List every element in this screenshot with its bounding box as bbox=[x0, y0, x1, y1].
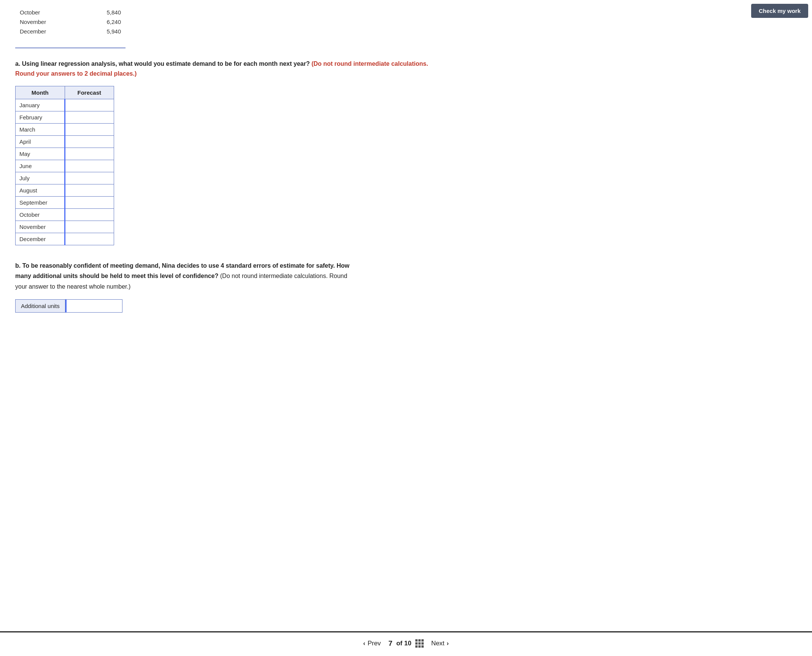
value-cell: 5,940 bbox=[81, 27, 126, 36]
next-button[interactable]: Next › bbox=[431, 640, 449, 647]
forecast-row: January bbox=[16, 99, 114, 111]
month-cell: October bbox=[15, 8, 81, 17]
forecast-input[interactable] bbox=[69, 235, 110, 243]
month-cell: November bbox=[15, 17, 81, 27]
forecast-month-cell: February bbox=[16, 111, 65, 124]
forecast-value-cell[interactable] bbox=[65, 111, 114, 124]
forecast-value-cell[interactable] bbox=[65, 136, 114, 148]
forecast-row: December bbox=[16, 233, 114, 245]
forecast-row: March bbox=[16, 124, 114, 136]
forecast-month-cell: November bbox=[16, 221, 65, 233]
forecast-row: October bbox=[16, 209, 114, 221]
forecast-value-cell[interactable] bbox=[65, 209, 114, 221]
forecast-value-cell[interactable] bbox=[65, 124, 114, 136]
forecast-input[interactable] bbox=[69, 113, 110, 121]
forecast-value-cell[interactable] bbox=[65, 233, 114, 245]
value-cell: 6,240 bbox=[81, 17, 126, 27]
forecast-row: June bbox=[16, 160, 114, 172]
forecast-value-cell[interactable] bbox=[65, 197, 114, 209]
additional-units-input[interactable] bbox=[65, 299, 122, 313]
forecast-value-cell[interactable] bbox=[65, 172, 114, 184]
forecast-input[interactable] bbox=[69, 101, 110, 109]
value-cell: 5,840 bbox=[81, 8, 126, 17]
forecast-input[interactable] bbox=[69, 211, 110, 219]
prev-button[interactable]: ‹ Prev bbox=[363, 640, 381, 647]
check-my-work-button[interactable]: Check my work bbox=[751, 4, 808, 18]
question-b-text: b. To be reasonably confident of meeting… bbox=[15, 260, 358, 292]
forecast-month-cell: September bbox=[16, 197, 65, 209]
forecast-month-cell: August bbox=[16, 184, 65, 197]
forecast-value-cell[interactable] bbox=[65, 160, 114, 172]
forecast-month-cell: January bbox=[16, 99, 65, 111]
table-divider bbox=[15, 48, 126, 48]
forecast-value-cell[interactable] bbox=[65, 99, 114, 111]
forecast-month-cell: June bbox=[16, 160, 65, 172]
next-chevron-icon: › bbox=[447, 640, 449, 647]
forecast-month-cell: October bbox=[16, 209, 65, 221]
table-row: November6,240 bbox=[15, 17, 126, 27]
forecast-input[interactable] bbox=[69, 150, 110, 158]
of-total-text: of 10 bbox=[396, 640, 412, 647]
forecast-value-cell[interactable] bbox=[65, 221, 114, 233]
forecast-column-header: Forecast bbox=[65, 86, 114, 99]
forecast-input[interactable] bbox=[69, 174, 110, 182]
forecast-row: July bbox=[16, 172, 114, 184]
forecast-row: November bbox=[16, 221, 114, 233]
additional-units-label: Additional units bbox=[15, 299, 65, 313]
forecast-row: April bbox=[16, 136, 114, 148]
forecast-month-cell: April bbox=[16, 136, 65, 148]
forecast-input[interactable] bbox=[69, 138, 110, 146]
top-data-table: October5,840November6,240December5,940 bbox=[15, 8, 126, 36]
forecast-value-cell[interactable] bbox=[65, 184, 114, 197]
question-a-label: a. Using linear regression analysis, wha… bbox=[15, 60, 310, 67]
table-row: October5,840 bbox=[15, 8, 126, 17]
forecast-month-cell: March bbox=[16, 124, 65, 136]
forecast-row: September bbox=[16, 197, 114, 209]
forecast-row: February bbox=[16, 111, 114, 124]
forecast-input[interactable] bbox=[69, 186, 110, 194]
next-label: Next bbox=[431, 640, 445, 647]
table-row: December5,940 bbox=[15, 27, 126, 36]
current-page-number: 7 bbox=[388, 639, 392, 648]
forecast-input[interactable] bbox=[69, 125, 110, 133]
forecast-month-cell: July bbox=[16, 172, 65, 184]
page-info: 7 of 10 bbox=[388, 639, 423, 648]
additional-units-row: Additional units bbox=[15, 299, 441, 313]
forecast-month-cell: May bbox=[16, 148, 65, 160]
forecast-row: August bbox=[16, 184, 114, 197]
forecast-input[interactable] bbox=[69, 223, 110, 231]
question-a-text: a. Using linear regression analysis, wha… bbox=[15, 59, 441, 78]
prev-chevron-icon: ‹ bbox=[363, 640, 365, 647]
month-cell: December bbox=[15, 27, 81, 36]
grid-view-icon[interactable] bbox=[415, 639, 424, 648]
prev-label: Prev bbox=[367, 640, 381, 647]
forecast-input[interactable] bbox=[69, 199, 110, 206]
forecast-row: May bbox=[16, 148, 114, 160]
month-column-header: Month bbox=[16, 86, 65, 99]
forecast-table: Month Forecast January February March Ap… bbox=[15, 86, 114, 245]
forecast-input[interactable] bbox=[69, 162, 110, 170]
forecast-month-cell: December bbox=[16, 233, 65, 245]
forecast-value-cell[interactable] bbox=[65, 148, 114, 160]
pagination-bar: ‹ Prev 7 of 10 Next › bbox=[0, 631, 812, 656]
